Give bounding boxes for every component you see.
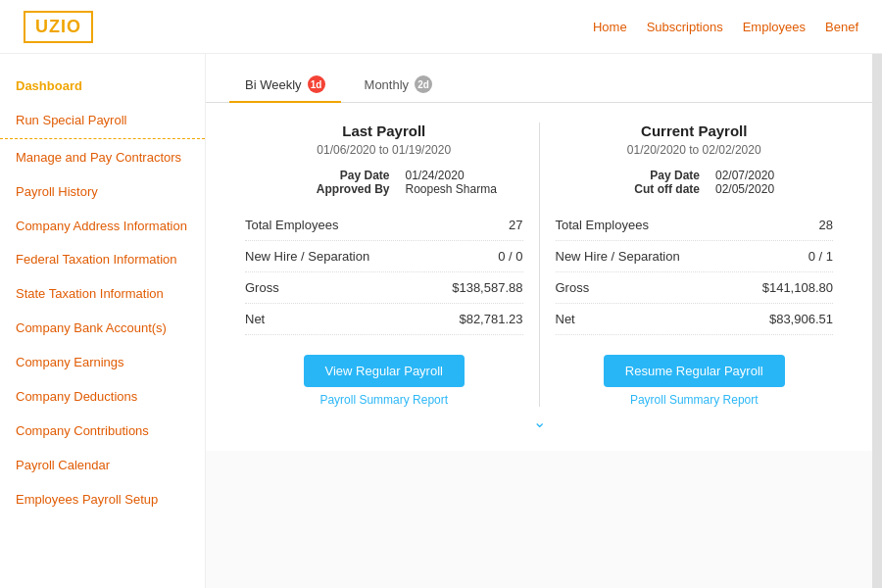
current-payroll-gross: Gross $141,108.80 [556, 272, 834, 304]
scrollbar [872, 54, 882, 588]
last-payroll-dates: 01/06/2020 to 01/19/2020 [245, 143, 523, 157]
current-payroll-total-employees: Total Employees 28 [556, 210, 834, 241]
layout: Dashboard Run Special Payroll Manage and… [0, 54, 882, 588]
tab-monthly-badge: 2d [415, 75, 432, 93]
tabs: Bi Weekly 1d Monthly 2d [206, 54, 872, 103]
logo: UZIO [24, 11, 93, 43]
sidebar-item-state-taxation[interactable]: State Taxation Information [0, 277, 205, 312]
last-payroll-actions: View Regular Payroll Payroll Summary Rep… [245, 355, 523, 407]
header-nav: Home Subscriptions Employees Benef [593, 20, 858, 34]
expand-chevron-icon[interactable]: ⌄ [229, 413, 849, 431]
last-payroll-approved-label: Approved By [317, 182, 390, 196]
current-payroll-cutoff-label: Cut off date [634, 182, 700, 196]
sidebar-item-dashboard[interactable]: Dashboard [0, 70, 205, 104]
current-payroll-pay-date-label: Pay Date [650, 169, 700, 182]
main-content: Bi Weekly 1d Monthly 2d Last Payroll 01/… [206, 54, 872, 588]
current-payroll-cutoff-row: Cut off date 02/05/2020 [634, 182, 833, 196]
current-payroll-pay-date-value: 02/07/2020 [715, 169, 833, 182]
tab-biweekly-label: Bi Weekly [245, 77, 302, 92]
tab-biweekly[interactable]: Bi Weekly 1d [229, 68, 341, 103]
last-payroll-pay-date-value: 01/24/2020 [406, 169, 523, 182]
sidebar-item-company-earnings[interactable]: Company Earnings [0, 346, 205, 380]
sidebar-item-company-contributions[interactable]: Company Contributions [0, 415, 205, 449]
last-payroll-summary-link[interactable]: Payroll Summary Report [319, 393, 448, 407]
current-payroll-actions: Resume Regular Payroll Payroll Summary R… [556, 355, 834, 407]
last-payroll-new-hire: New Hire / Separation 0 / 0 [245, 241, 523, 272]
current-payroll-pay-date-row: Pay Date 02/07/2020 [650, 169, 833, 182]
sidebar-item-federal-taxation[interactable]: Federal Taxation Information [0, 243, 205, 277]
last-payroll-approved-value: Roopesh Sharma [406, 182, 523, 196]
sidebar-item-company-address[interactable]: Company Address Information [0, 210, 205, 244]
last-payroll-pay-date-label: Pay Date [340, 169, 390, 182]
payroll-section: Last Payroll 01/06/2020 to 01/19/2020 Pa… [206, 103, 872, 451]
sidebar-item-payroll-history[interactable]: Payroll History [0, 175, 205, 210]
tab-monthly-label: Monthly [365, 77, 410, 92]
nav-subscriptions[interactable]: Subscriptions [647, 20, 723, 34]
header: UZIO Home Subscriptions Employees Benef [0, 0, 882, 54]
current-payroll-meta: Pay Date 02/07/2020 Cut off date 02/05/2… [556, 169, 834, 196]
last-payroll-gross: Gross $138,587.88 [245, 272, 523, 304]
last-payroll-col: Last Payroll 01/06/2020 to 01/19/2020 Pa… [229, 122, 540, 407]
current-payroll-net: Net $83,906.51 [556, 304, 834, 335]
payroll-grid: Last Payroll 01/06/2020 to 01/19/2020 Pa… [229, 122, 849, 407]
sidebar-item-payroll-calendar[interactable]: Payroll Calendar [0, 449, 205, 483]
tab-monthly[interactable]: Monthly 2d [349, 68, 449, 103]
nav-home[interactable]: Home [593, 20, 627, 34]
last-payroll-total-employees: Total Employees 27 [245, 210, 523, 241]
last-payroll-meta: Pay Date 01/24/2020 Approved By Roopesh … [245, 169, 523, 196]
sidebar: Dashboard Run Special Payroll Manage and… [0, 54, 206, 588]
resume-regular-payroll-button[interactable]: Resume Regular Payroll [604, 355, 785, 387]
current-payroll-title: Current Payroll [556, 122, 834, 139]
current-payroll-dates: 01/20/2020 to 02/02/2020 [556, 143, 834, 157]
tab-biweekly-badge: 1d [308, 75, 325, 93]
sidebar-item-company-deductions[interactable]: Company Deductions [0, 380, 205, 415]
sidebar-item-manage-contractors[interactable]: Manage and Pay Contractors [0, 141, 205, 175]
last-payroll-net: Net $82,781.23 [245, 304, 523, 335]
sidebar-item-bank-accounts[interactable]: Company Bank Account(s) [0, 312, 205, 346]
view-regular-payroll-button[interactable]: View Regular Payroll [304, 355, 465, 387]
last-payroll-pay-date-row: Pay Date 01/24/2020 [340, 169, 523, 182]
sidebar-item-run-special-payroll[interactable]: Run Special Payroll [0, 104, 205, 139]
nav-benef[interactable]: Benef [825, 20, 858, 34]
current-payroll-new-hire: New Hire / Separation 0 / 1 [556, 241, 834, 272]
current-payroll-col: Current Payroll 01/20/2020 to 02/02/2020… [540, 122, 850, 407]
last-payroll-title: Last Payroll [245, 122, 523, 139]
nav-employees[interactable]: Employees [743, 20, 806, 34]
current-payroll-cutoff-value: 02/05/2020 [715, 182, 833, 196]
sidebar-item-employees-payroll-setup[interactable]: Employees Payroll Setup [0, 483, 205, 517]
current-payroll-summary-link[interactable]: Payroll Summary Report [630, 393, 759, 407]
last-payroll-approved-row: Approved By Roopesh Sharma [317, 182, 523, 196]
